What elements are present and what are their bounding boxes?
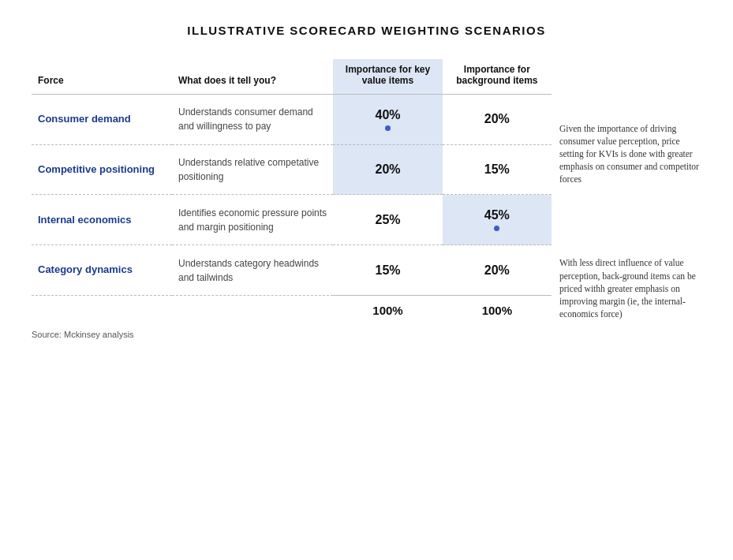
what-cell: Understands relative competative positio… [172, 144, 333, 195]
table-row: Consumer demandUnderstands consumer dema… [32, 95, 552, 145]
total-empty-1 [32, 295, 172, 320]
kvi-total: 100% [333, 295, 442, 320]
force-cell: Internal economics [32, 195, 172, 245]
what-header: What does it tell you? [172, 59, 333, 95]
kvi-value-cell: 15% [333, 245, 442, 296]
bg-value-cell: 20% [443, 95, 552, 145]
annotation-top: Given the importance of driving consumer… [559, 122, 701, 185]
annotation-bottom: With less direct influence of value perc… [559, 256, 701, 319]
annotations: Given the importance of driving consumer… [552, 59, 701, 320]
bg-dot [494, 226, 499, 231]
total-empty-2 [172, 295, 333, 320]
header-row: Force What does it tell you? Importance … [32, 59, 552, 95]
bg-value-cell: 45% [443, 195, 552, 245]
force-cell: Competitive positioning [32, 144, 172, 195]
table-wrapper: Force What does it tell you? Importance … [32, 59, 701, 320]
page: ILLUSTRATIVE SCORECARD WEIGHTING SCENARI… [0, 0, 733, 560]
what-cell: Identifies economic pressure points and … [172, 195, 333, 245]
source-text: Source: Mckinsey analysis [32, 330, 701, 339]
total-row: 100% 100% [32, 295, 552, 320]
table-row: Category dynamicsUnderstands category he… [32, 245, 552, 296]
force-cell: Consumer demand [32, 95, 172, 145]
kvi-value-cell: 25% [333, 195, 442, 245]
kvi-dot [385, 125, 391, 131]
bg-total: 100% [443, 295, 552, 320]
what-cell: Understands consumer demand and willingn… [172, 95, 333, 145]
what-cell: Understands category headwinds and tailw… [172, 245, 333, 296]
force-cell: Category dynamics [32, 245, 172, 296]
page-title: ILLUSTRATIVE SCORECARD WEIGHTING SCENARI… [32, 24, 701, 37]
bg-value-cell: 20% [443, 245, 552, 296]
kvi-value-cell: 20% [333, 144, 442, 195]
table-row: Competitive positioningUnderstands relat… [32, 144, 552, 195]
kvi-value-cell: 40% [333, 95, 442, 145]
main-table: Force What does it tell you? Importance … [32, 59, 552, 320]
bg-header: Importance forbackground items [443, 59, 552, 95]
bg-value-cell: 15% [443, 144, 552, 195]
force-header: Force [32, 59, 172, 95]
kvi-header: Importance for keyvalue items [333, 59, 442, 95]
table-row: Internal economicsIdentifies economic pr… [32, 195, 552, 245]
